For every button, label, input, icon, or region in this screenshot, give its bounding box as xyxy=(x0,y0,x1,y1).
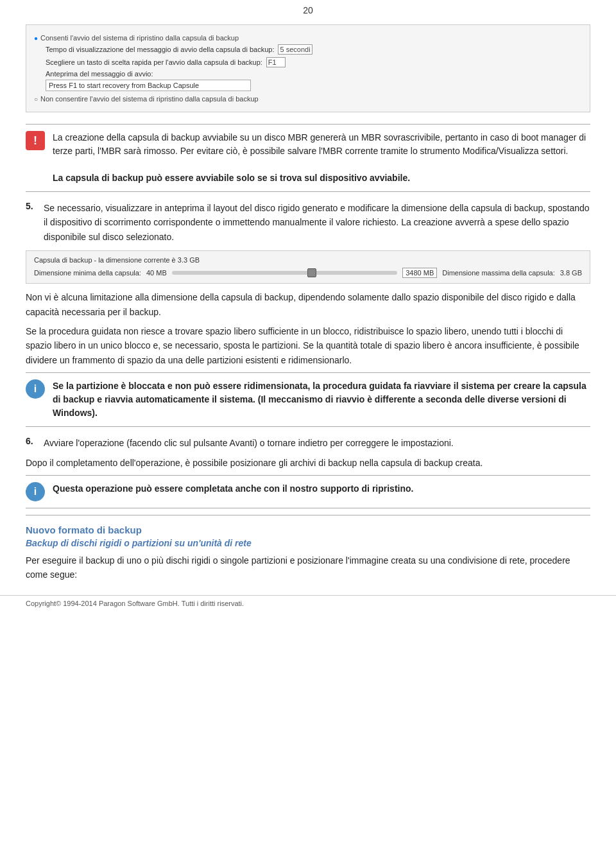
screenshot-top: Consenti l'avvio del sistema di ripristi… xyxy=(26,24,590,112)
section-new-subheader: Backup di dischi rigidi o partizioni su … xyxy=(26,538,590,548)
footer: Copyright© 1994-2014 Paragon Software Gm… xyxy=(0,595,616,611)
radio-consenti-label: Consenti l'avvio del sistema di ripristi… xyxy=(40,34,239,42)
anteprima-label: Anteprima del messaggio di avvio: xyxy=(46,70,153,78)
warning-alert-box: ! La creazione della capsula di backup a… xyxy=(26,124,590,192)
para-non: Non vi è alcuna limitazione alla dimensi… xyxy=(26,290,590,319)
info-text-2-content: Questa operazione può essere completata … xyxy=(53,483,413,494)
tempo-spinner: 5 secondi xyxy=(278,44,312,55)
radio-non-consenti-label: Non consentire l'avvio del sistema di ri… xyxy=(40,95,259,103)
warning-icon: ! xyxy=(26,131,45,150)
section-5: 5. Se necessario, visualizzare in antepr… xyxy=(26,201,590,244)
section-6-number: 6. xyxy=(26,436,38,450)
section-new-header: Nuovo formato di backup xyxy=(26,524,590,535)
slider-thumb xyxy=(307,268,316,277)
capsule-title: Capsula di backup - la dimensione corren… xyxy=(34,256,582,264)
divider-bottom xyxy=(26,515,590,515)
page-number: 20 xyxy=(0,0,616,18)
info-text-1-content: Se la partizione è bloccata e non può es… xyxy=(53,381,586,418)
cap-slider-value: 3480 MB xyxy=(402,268,437,278)
radio-non-consenti xyxy=(34,95,38,103)
para-procedura: Se la procedura guidata non riesce a tro… xyxy=(26,324,590,367)
warning-line2: Per evitare ciò, è possibile salvare l'M… xyxy=(180,146,569,156)
section-5-number: 5. xyxy=(26,201,38,244)
info-icon-1: i xyxy=(26,379,45,399)
para-dopo: Dopo il completamento dell'operazione, è… xyxy=(26,456,590,470)
tasto-label: Scegliere un tasto di scelta rapida per … xyxy=(46,58,262,66)
capsule-ui-box: Capsula di backup - la dimensione corren… xyxy=(26,250,590,284)
section-6-text: Avviare l'operazione (facendo clic sul p… xyxy=(44,436,590,450)
cap-max-value: 3.8 GB xyxy=(560,269,582,277)
cap-max-label: Dimensione massima della capsula: xyxy=(442,269,554,277)
capsule-slider xyxy=(172,271,398,275)
info-alert-box-1: i Se la partizione è bloccata e non può … xyxy=(26,372,590,427)
tasto-combo: F1 xyxy=(266,57,286,67)
anteprima-textbox: Press F1 to start recovery from Backup C… xyxy=(46,80,251,91)
tempo-label: Tempo di visualizzazione del messaggio d… xyxy=(46,46,274,53)
section-6: 6. Avviare l'operazione (facendo clic su… xyxy=(26,436,590,450)
section-5-text: Se necessario, visualizzare in anteprima… xyxy=(44,201,590,244)
warning-line3: La capsula di backup può essere avviabil… xyxy=(53,173,410,183)
info-text-2: Questa operazione può essere completata … xyxy=(53,482,413,496)
info-text-1: Se la partizione è bloccata e non può es… xyxy=(53,379,590,420)
footer-text: Copyright© 1994-2014 Paragon Software Gm… xyxy=(26,600,244,607)
warning-text: La creazione della capsula di backup avv… xyxy=(53,131,590,185)
cap-min-label: Dimensione minima della capsula: xyxy=(34,269,141,277)
info-alert-box-2: i Questa operazione può essere completat… xyxy=(26,475,590,508)
section-new-para: Per eseguire il backup di uno o più disc… xyxy=(26,553,590,582)
info-icon-2: i xyxy=(26,482,45,501)
cap-min-value: 40 MB xyxy=(146,269,167,277)
radio-consenti xyxy=(34,34,38,42)
